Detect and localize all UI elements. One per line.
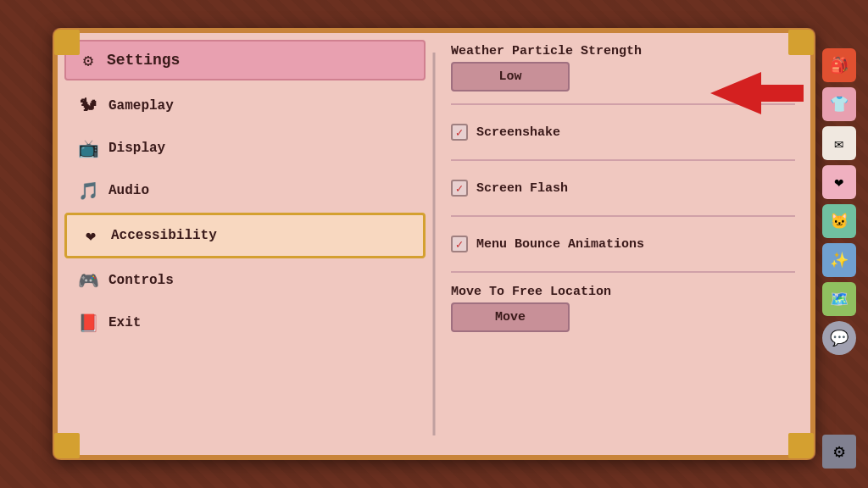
menu-bounce-row: Menu Bounce Animations [451, 229, 795, 259]
sidebar-item-gameplay[interactable]: 🐿 Gameplay [64, 86, 426, 126]
arrow-indicator [710, 72, 804, 114]
move-location-button[interactable]: Move [451, 302, 570, 332]
svg-marker-0 [710, 72, 804, 114]
corner-tl [54, 30, 80, 55]
book-divider [433, 53, 436, 435]
sidebar-icon-shirt[interactable]: 👕 [822, 87, 856, 121]
sidebar-icon-heart[interactable]: ❤️ [822, 165, 856, 199]
weather-particle-button[interactable]: Low [451, 62, 570, 92]
screenshake-checkbox[interactable] [451, 124, 468, 141]
menu-bounce-checkbox[interactable] [451, 236, 468, 252]
sidebar-item-audio[interactable]: 🎵 Audio [64, 170, 426, 211]
accessibility-icon: ❤️ [79, 224, 103, 247]
screen-flash-checkbox[interactable] [451, 180, 468, 197]
screenshake-row: Screenshake [451, 117, 795, 147]
move-location-section: Move To Free Location Move [451, 285, 795, 332]
audio-icon: 🎵 [76, 179, 100, 202]
screen-flash-label: Screen Flash [476, 181, 568, 196]
sidebar-icon-star[interactable]: ✨ [822, 243, 856, 277]
sidebar-icon-map[interactable]: 🗺️ [822, 282, 856, 316]
corner-bl [54, 433, 80, 458]
sidebar-item-display[interactable]: 📺 Display [64, 128, 426, 169]
settings-book: ⚙ Settings 🐿 Gameplay 📺 Display 🎵 Audio … [53, 28, 815, 460]
divider-3 [451, 215, 795, 217]
gameplay-label: Gameplay [108, 98, 174, 114]
divider-4 [451, 271, 795, 273]
display-icon: 📺 [76, 136, 100, 160]
audio-label: Audio [108, 183, 149, 198]
sidebar-item-controls[interactable]: 🎮 Controls [64, 260, 426, 301]
menu-bounce-label: Menu Bounce Animations [476, 237, 644, 252]
right-sidebar: 🎒 👕 ✉️ ❤️ 🐱 ✨ 🗺️ 💬 [822, 48, 856, 355]
sidebar-icon-backpack[interactable]: 🎒 [822, 48, 856, 82]
screenshake-label: Screenshake [476, 125, 560, 140]
settings-header: ⚙ Settings [64, 40, 426, 80]
weather-particle-label: Weather Particle Strength [451, 44, 795, 58]
corner-tr [788, 30, 814, 55]
exit-label: Exit [108, 315, 141, 330]
controls-icon: 🎮 [76, 269, 100, 292]
move-location-label: Move To Free Location [451, 285, 795, 299]
sidebar-icon-pet[interactable]: 🐱 [822, 204, 856, 238]
right-panel: Weather Particle Strength Low Screenshak… [434, 31, 812, 457]
sidebar-item-accessibility[interactable]: ❤️ Accessibility [64, 213, 426, 258]
gameplay-icon: 🐿 [76, 94, 100, 118]
gear-icon: ⚙ [833, 441, 844, 463]
display-label: Display [108, 141, 165, 156]
sidebar-item-exit[interactable]: 📕 Exit [64, 302, 426, 343]
settings-gear-icon: ⚙ [76, 48, 100, 72]
accessibility-label: Accessibility [111, 228, 217, 243]
corner-br [788, 433, 814, 458]
left-panel: ⚙ Settings 🐿 Gameplay 📺 Display 🎵 Audio … [56, 31, 434, 457]
sidebar-icon-chat[interactable]: 💬 [822, 321, 856, 355]
sidebar-icon-mail[interactable]: ✉️ [822, 126, 856, 160]
exit-icon: 📕 [76, 311, 100, 335]
settings-gear-button[interactable]: ⚙ [822, 435, 856, 469]
settings-title: Settings [107, 52, 180, 69]
divider-2 [451, 159, 795, 161]
controls-label: Controls [108, 273, 174, 288]
screen-flash-row: Screen Flash [451, 173, 795, 203]
